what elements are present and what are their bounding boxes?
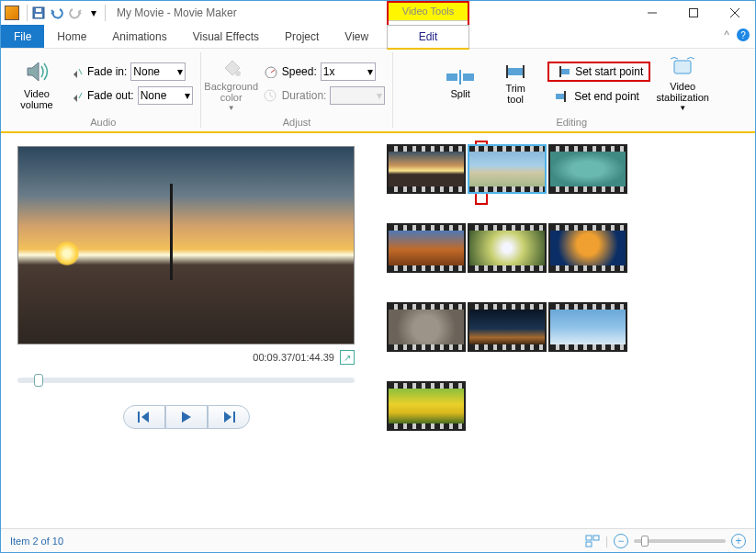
- clip-penguins[interactable]: [548, 302, 627, 352]
- undo-icon[interactable]: [50, 6, 64, 20]
- clip-hydrangea[interactable]: [468, 223, 547, 273]
- timeline-row: [387, 144, 746, 194]
- preview-pane: 00:09.37/01:44.39 ↗: [1, 133, 378, 519]
- tab-animations[interactable]: Animations: [99, 25, 179, 48]
- set-start-point-button[interactable]: Set start point: [547, 62, 650, 82]
- app-icon: [5, 6, 19, 20]
- duration-row: Duration: ▾: [264, 86, 386, 105]
- ribbon-tabs: File Home Animations Visual Effects Proj…: [1, 25, 755, 49]
- redo-icon[interactable]: [68, 6, 83, 20]
- clip-night-sky[interactable]: [468, 302, 547, 352]
- seek-bar[interactable]: [17, 378, 355, 383]
- clip-tulips[interactable]: [387, 381, 466, 431]
- tab-project[interactable]: Project: [272, 25, 332, 48]
- speed-label: Speed:: [282, 65, 317, 78]
- group-label-audio: Audio: [90, 117, 116, 128]
- clip-koala[interactable]: [387, 302, 466, 352]
- speed-row: Speed: 1x▾: [264, 62, 386, 81]
- seek-handle[interactable]: [34, 374, 43, 387]
- svg-line-14: [270, 96, 273, 97]
- svg-rect-29: [593, 536, 599, 540]
- tab-edit[interactable]: Edit: [387, 25, 469, 50]
- qat-dropdown-icon[interactable]: ▾: [86, 6, 101, 20]
- speed-combo[interactable]: 1x▾: [321, 62, 376, 81]
- duration-label: Duration:: [282, 89, 327, 102]
- group-label-adjust: Adjust: [283, 117, 311, 128]
- timeline-row: [387, 381, 746, 431]
- quick-access-toolbar: ▾: [31, 6, 101, 20]
- minimize-button[interactable]: [631, 1, 672, 25]
- speedometer-icon: [264, 65, 278, 78]
- start-point-icon: [555, 66, 571, 77]
- end-point-icon: [554, 91, 570, 102]
- tab-file[interactable]: File: [1, 25, 44, 48]
- group-audio: Video volume Fade in: None▾ Fade out: No…: [6, 52, 201, 128]
- duration-combo: ▾: [330, 86, 385, 105]
- svg-point-9: [235, 71, 241, 76]
- clock-icon: [264, 89, 278, 102]
- svg-rect-2: [36, 8, 41, 12]
- video-volume-button[interactable]: Video volume: [14, 57, 60, 110]
- window-controls: [631, 1, 755, 25]
- video-stabilization-button[interactable]: Video stabilization▼: [660, 55, 705, 113]
- fade-in-row: Fade in: None▾: [69, 62, 193, 81]
- maximize-button[interactable]: [672, 1, 714, 25]
- tab-view[interactable]: View: [332, 25, 381, 48]
- fade-out-combo[interactable]: None▾: [138, 86, 193, 105]
- playback-controls: [17, 405, 355, 429]
- svg-rect-31: [593, 542, 599, 547]
- svg-rect-21: [560, 69, 570, 74]
- fade-in-icon: [69, 65, 84, 78]
- svg-rect-28: [586, 536, 592, 540]
- prev-frame-button[interactable]: [123, 405, 165, 429]
- tab-home[interactable]: Home: [44, 25, 99, 48]
- clip-jellyfish[interactable]: [548, 223, 627, 273]
- clip-title-card[interactable]: [548, 144, 627, 194]
- zoom-out-button[interactable]: −: [614, 534, 628, 548]
- timeline-pane[interactable]: [378, 133, 755, 519]
- fade-out-row: Fade out: None▾: [69, 86, 193, 105]
- preview-monitor: [17, 146, 355, 344]
- clip-beach[interactable]: [468, 144, 547, 194]
- time-display: 00:09.37/01:44.39: [253, 352, 334, 363]
- background-color-button: Background color▼: [209, 55, 254, 113]
- ribbon: Video volume Fade in: None▾ Fade out: No…: [1, 49, 755, 133]
- svg-rect-15: [446, 73, 457, 81]
- svg-rect-18: [507, 68, 524, 75]
- content-area: 00:09.37/01:44.39 ↗: [1, 133, 755, 519]
- speaker-icon: [22, 57, 51, 86]
- group-label-editing: Editing: [556, 117, 587, 128]
- group-editing: Split Trim tool Set start point Set end …: [393, 52, 750, 128]
- svg-rect-27: [233, 412, 235, 423]
- clip-sunset[interactable]: [387, 144, 466, 194]
- zoom-slider[interactable]: [634, 539, 726, 543]
- tab-visual-effects[interactable]: Visual Effects: [180, 25, 272, 48]
- svg-rect-4: [689, 9, 697, 17]
- trim-icon: [500, 62, 531, 81]
- fullscreen-icon[interactable]: ↗: [340, 350, 355, 365]
- collapse-ribbon-icon[interactable]: ^: [724, 28, 729, 41]
- status-item-count: Item 2 of 10: [10, 536, 63, 547]
- group-adjust: Background color▼ Speed: 1x▾ Duration: ▾…: [201, 52, 394, 128]
- trim-tool-button[interactable]: Trim tool: [492, 62, 538, 105]
- set-end-point-button[interactable]: Set end point: [547, 87, 650, 106]
- next-frame-button[interactable]: [208, 405, 250, 429]
- play-button[interactable]: [165, 405, 208, 429]
- clip-monument[interactable]: [387, 223, 466, 273]
- fade-in-combo[interactable]: None▾: [130, 62, 186, 81]
- thumbnail-size-icon[interactable]: [585, 535, 600, 547]
- close-button[interactable]: [714, 1, 755, 25]
- zoom-handle[interactable]: [641, 536, 649, 547]
- svg-rect-1: [35, 14, 42, 17]
- svg-line-7: [79, 69, 82, 74]
- split-button[interactable]: Split: [437, 68, 483, 99]
- bucket-icon: [218, 55, 245, 79]
- fade-out-icon: [69, 89, 84, 102]
- zoom-in-button[interactable]: +: [731, 534, 746, 548]
- zoom-controls: | − +: [585, 534, 746, 548]
- svg-rect-25: [674, 61, 691, 73]
- svg-rect-30: [586, 542, 592, 547]
- save-icon[interactable]: [31, 6, 46, 20]
- svg-line-8: [79, 93, 82, 98]
- help-icon[interactable]: ?: [737, 28, 750, 41]
